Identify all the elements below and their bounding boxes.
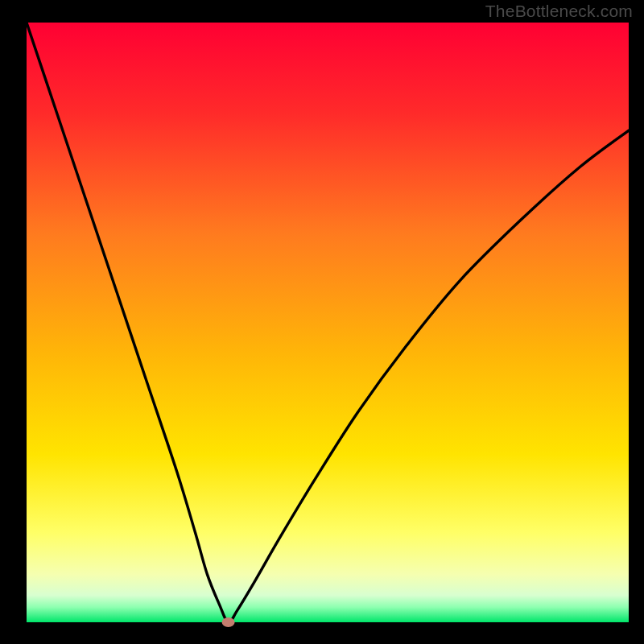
bottleneck-chart <box>0 0 644 644</box>
watermark-text: TheBottleneck.com <box>485 2 633 21</box>
optimal-point-marker <box>222 617 235 627</box>
plot-gradient-background <box>27 23 629 622</box>
chart-frame: TheBottleneck.com <box>0 0 644 644</box>
